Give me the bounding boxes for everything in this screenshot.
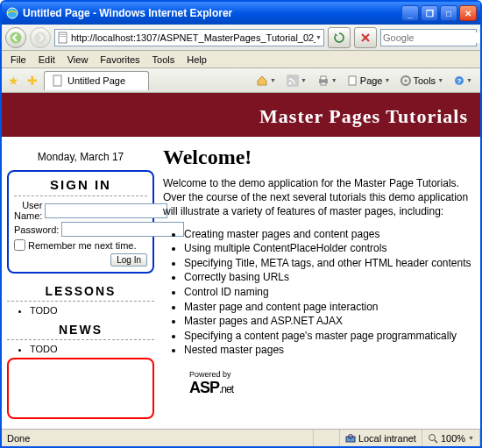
titlebar: Untitled Page - Windows Internet Explore… bbox=[2, 2, 480, 25]
powered-label: Powered by bbox=[189, 370, 471, 379]
list-item: Control ID naming bbox=[184, 286, 471, 300]
home-button[interactable]: ▼ bbox=[252, 72, 280, 89]
favorites-add-icon[interactable]: ✚ bbox=[25, 73, 40, 89]
svg-rect-5 bbox=[60, 36, 66, 37]
svg-line-22 bbox=[435, 440, 437, 443]
list-item: Specifying Title, META tags, and other H… bbox=[184, 257, 471, 271]
list-item: Specifying a content page's master page … bbox=[184, 330, 471, 344]
menubar: File Edit View Favorites Tools Help bbox=[2, 51, 480, 68]
highlight-panel bbox=[7, 358, 154, 419]
browser-tab[interactable]: Untitled Page bbox=[44, 71, 149, 90]
feeds-button[interactable]: ▼ bbox=[282, 72, 311, 89]
page-heading: Welcome! bbox=[163, 146, 471, 169]
address-bar[interactable]: ▼ bbox=[54, 29, 324, 46]
list-item: TODO bbox=[30, 344, 154, 354]
address-dropdown-icon[interactable]: ▼ bbox=[315, 34, 322, 40]
minimize-button[interactable]: _ bbox=[401, 5, 419, 21]
tab-label: Untitled Page bbox=[67, 75, 125, 86]
login-button[interactable]: Log In bbox=[110, 253, 147, 267]
menu-favorites[interactable]: Favorites bbox=[95, 53, 145, 67]
window-controls: _ ❐ □ ✕ bbox=[401, 5, 477, 21]
list-item: Correctly basing URLs bbox=[184, 271, 471, 285]
lessons-heading: LESSONS bbox=[7, 282, 154, 302]
content-viewport[interactable]: Master Pages Tutorials Monday, March 17 … bbox=[2, 93, 480, 429]
svg-point-1 bbox=[11, 32, 22, 43]
list-item: Master page and content page interaction bbox=[184, 301, 471, 315]
help-button[interactable]: ?▼ bbox=[450, 72, 477, 89]
powered-by: Powered by ASP.net bbox=[163, 370, 471, 397]
date-display: Monday, March 17 bbox=[7, 146, 154, 170]
close-button[interactable]: ✕ bbox=[459, 5, 477, 21]
search-input[interactable] bbox=[383, 32, 482, 43]
security-zone: Local intranet bbox=[340, 430, 422, 446]
menu-tools[interactable]: Tools bbox=[147, 53, 181, 67]
svg-rect-12 bbox=[321, 76, 326, 80]
signin-heading: SIGN IN bbox=[14, 175, 147, 196]
svg-text:?: ? bbox=[457, 77, 462, 85]
menu-file[interactable]: File bbox=[5, 53, 32, 67]
tab-page-icon bbox=[52, 75, 64, 87]
username-label: User Name: bbox=[14, 200, 45, 221]
browser-window: Untitled Page - Windows Internet Explore… bbox=[0, 0, 482, 448]
news-heading: NEWS bbox=[7, 321, 154, 340]
search-bar[interactable]: ▼ bbox=[380, 29, 477, 46]
banner-title: Master Pages Tutorials bbox=[259, 105, 468, 127]
zoom-icon bbox=[428, 433, 438, 444]
svg-point-21 bbox=[429, 434, 435, 440]
status-text: Done bbox=[2, 430, 314, 446]
news-list: TODO bbox=[7, 344, 154, 354]
page-icon bbox=[57, 32, 69, 44]
svg-point-16 bbox=[405, 79, 408, 82]
restore-button[interactable]: ❐ bbox=[421, 5, 438, 21]
list-item: Nested master pages bbox=[184, 344, 471, 358]
svg-rect-3 bbox=[59, 32, 67, 43]
svg-point-10 bbox=[288, 82, 291, 84]
list-item: TODO bbox=[30, 305, 154, 316]
list-item: Master pages and ASP.NET AJAX bbox=[184, 315, 471, 329]
svg-rect-13 bbox=[321, 82, 326, 85]
svg-rect-8 bbox=[53, 75, 61, 86]
status-spacer bbox=[314, 430, 340, 446]
svg-point-2 bbox=[35, 32, 46, 43]
lessons-list: TODO bbox=[7, 305, 154, 316]
svg-rect-4 bbox=[60, 34, 66, 35]
main-column: Welcome! Welcome to the demo application… bbox=[163, 146, 471, 428]
remember-checkbox[interactable] bbox=[14, 239, 25, 251]
back-button[interactable] bbox=[5, 27, 26, 48]
window-title: Untitled Page - Windows Internet Explore… bbox=[23, 7, 401, 19]
list-item: Using multiple ContentPlaceHolder contro… bbox=[184, 242, 471, 256]
tabbar: ★ ✚ Untitled Page ▼ ▼ ▼ Page▼ Tools▼ bbox=[2, 68, 480, 93]
stop-button[interactable] bbox=[354, 27, 377, 48]
password-label: Password: bbox=[14, 224, 61, 235]
print-button[interactable]: ▼ bbox=[313, 72, 342, 89]
svg-rect-14 bbox=[349, 76, 356, 85]
list-item: Creating master pages and content pages bbox=[184, 228, 471, 242]
maximize-button[interactable]: □ bbox=[440, 5, 457, 21]
left-column: Monday, March 17 SIGN IN User Name: Pass… bbox=[7, 146, 154, 428]
statusbar: Done Local intranet 100% ▼ bbox=[2, 429, 480, 446]
menu-edit[interactable]: Edit bbox=[33, 53, 60, 67]
tools-menu-button[interactable]: Tools▼ bbox=[396, 72, 448, 89]
address-input[interactable] bbox=[71, 32, 315, 43]
zone-icon bbox=[345, 433, 356, 444]
zoom-control[interactable]: 100% ▼ bbox=[422, 430, 480, 446]
feature-list: Creating master pages and content pages … bbox=[163, 228, 471, 358]
forward-button[interactable] bbox=[30, 27, 51, 48]
menu-view[interactable]: View bbox=[62, 53, 94, 67]
menu-help[interactable]: Help bbox=[181, 53, 212, 67]
navbar: ▼ ▼ bbox=[2, 25, 480, 51]
intro-paragraph: Welcome to the demo application for the … bbox=[163, 176, 471, 219]
refresh-button[interactable] bbox=[328, 27, 351, 48]
signin-panel: SIGN IN User Name: Password: Remember me… bbox=[7, 170, 154, 274]
favorites-star-icon[interactable]: ★ bbox=[5, 73, 21, 89]
remember-label: Remember me next time. bbox=[28, 240, 136, 251]
ie-icon bbox=[5, 6, 19, 20]
aspnet-logo: ASP.net bbox=[189, 379, 233, 396]
username-input[interactable] bbox=[45, 203, 167, 218]
site-banner: Master Pages Tutorials bbox=[2, 93, 480, 140]
page-menu-button[interactable]: Page▼ bbox=[344, 72, 395, 89]
